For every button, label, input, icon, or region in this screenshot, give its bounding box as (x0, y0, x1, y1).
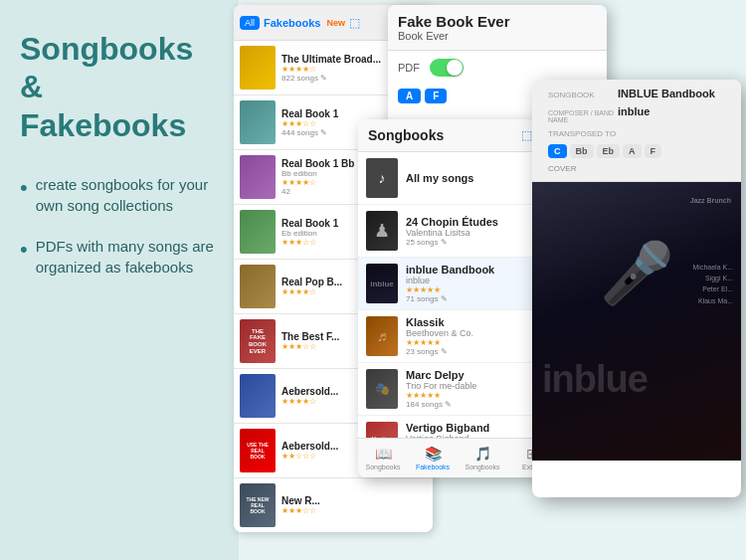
pdf-toggle[interactable] (430, 59, 464, 77)
book-thumbnail (240, 265, 276, 308)
screenshots-area: All Fakebooks New ⬚ ⊞ ↗ The Ultimate Bro… (234, 0, 746, 560)
header-icon: ⬚ (349, 16, 360, 30)
bullet-icon-2: • (20, 236, 28, 265)
popup-header: Fake Book Ever Book Ever (388, 5, 607, 51)
songbook-info: Klassik Beethoven & Co. ★★★★★ 23 songs ✎ (406, 316, 549, 356)
credit-2: Siggi K... (693, 273, 733, 283)
songbook-title: All my songs (406, 172, 549, 184)
book-thumbnail: THE NEWREALBOOK (240, 483, 276, 527)
songbook-artist: inblue (406, 276, 549, 285)
songbooks-tab-icon: 📖 (375, 446, 392, 462)
bullet-point-2: • PDFs with many songs are organized as … (20, 236, 219, 278)
microphone-icon: 🎤 (600, 238, 674, 308)
songbooks-header-title: Songbooks (368, 127, 444, 143)
key-a-button[interactable]: A (398, 89, 421, 103)
songbook-title: Klassik (406, 316, 549, 328)
songbook-thumbnail: ♬ (366, 316, 398, 356)
songbook-artist: Beethoven & Co. (406, 328, 549, 338)
credit-lines: Michaela K... Siggi K... Peter El... Kla… (693, 262, 733, 306)
book-thumbnail (240, 46, 276, 90)
songbook-artist: Trio For me-dable (406, 381, 549, 391)
songbook-label: SONGBOOK (548, 91, 618, 99)
book-info: New R... ★★★☆☆ (281, 495, 427, 515)
key-bb-button[interactable]: Bb (570, 144, 594, 158)
book-title: New R... (281, 495, 427, 506)
songbook-title: 24 Chopin Études (406, 216, 549, 228)
songbooks-screen: Songbooks ⬚ ≡ ♪ All my songs ♟ 24 Chopin… (358, 119, 557, 477)
composer-label: COMPOSER / BAND NAME (548, 109, 618, 123)
credit-1: Michaela K... (693, 262, 733, 273)
songbook-thumbnail: inblue (366, 264, 398, 303)
key-f-button[interactable]: F (645, 144, 662, 158)
list-item[interactable]: THE NEWREALBOOK New R... ★★★☆☆ (234, 478, 433, 532)
songbook-info: inblue Bandbook inblue ★★★★★ 71 songs ✎ (406, 264, 549, 303)
songbook-stars: ★★★★★ (406, 285, 549, 294)
songbook-row: SONGBOOK INBLUE Bandbook (540, 86, 733, 101)
book-thumbnail: USE THEREALBOOK (240, 429, 276, 472)
songbook-title: Marc Delpy (406, 369, 549, 381)
songbook-stars: ★★★★★ (406, 338, 549, 347)
inblue-watermark: inblue (542, 358, 648, 401)
songbook-value: INBLUE Bandbook (618, 88, 715, 99)
all-button[interactable]: All (240, 16, 260, 30)
popup-title-small: Book Ever (398, 30, 597, 42)
list-item[interactable]: ♬ Klassik Beethoven & Co. ★★★★★ 23 songs… (358, 310, 557, 363)
fakebooks-title: Fakebooks (264, 17, 320, 29)
songbook-thumbnail: 🎭 (366, 369, 398, 409)
credit-4: Klaus Ma... (693, 295, 733, 306)
songbook-artist: Valentina Lisitsa (406, 228, 549, 238)
grid-view-icon[interactable]: ⬚ (521, 128, 532, 142)
songbooks-tab-label: Songbooks (365, 464, 400, 470)
composer-value: inblue (618, 105, 650, 117)
list-item[interactable]: inblue inblue Bandbook inblue ★★★★★ 71 s… (358, 258, 557, 310)
key-c-button[interactable]: C (548, 144, 567, 158)
key-selector: C Bb Eb A F (540, 140, 733, 162)
tab-songbooks2[interactable]: 🎵 Songbooks (458, 439, 507, 477)
transposed-row: TRANSPOSED TO (540, 127, 733, 140)
cover-background: Jazz Brunch 🎤 inblue Michaela K... Siggi… (532, 182, 741, 461)
list-item[interactable]: ♪ All my songs (358, 152, 557, 205)
songbook-info: Marc Delpy Trio For me-dable ★★★★★ 184 s… (406, 369, 549, 409)
popup-title-big: Fake Book Ever (398, 13, 597, 30)
cover-label: COVER (540, 162, 733, 175)
songbook-count: 184 songs ✎ (406, 400, 549, 409)
bullet-text-1: create songbooks for your own song colle… (36, 174, 219, 216)
songbook-count: 25 songs ✎ (406, 238, 549, 247)
detail-screen: SONGBOOK INBLUE Bandbook COMPOSER / BAND… (532, 80, 741, 497)
key-a-button[interactable]: A (623, 144, 642, 158)
songbook-title: Vertigo Bigband (406, 422, 549, 434)
songbook-info: 24 Chopin Études Valentina Lisitsa 25 so… (406, 216, 549, 247)
detail-cover: Jazz Brunch 🎤 inblue Michaela K... Siggi… (532, 182, 741, 461)
songbooks2-tab-label: Songbooks (465, 464, 499, 470)
toggle-knob (447, 60, 463, 76)
main-heading: Songbooks & Fakebooks (20, 30, 219, 144)
fakebooks-tab-icon: 📚 (425, 446, 442, 462)
bullet-text-2: PDFs with many songs are organized as fa… (36, 236, 219, 278)
book-stars: ★★★☆☆ (281, 506, 427, 515)
new-badge: New (326, 18, 345, 28)
composer-row: COMPOSER / BAND NAME inblue (540, 103, 733, 125)
credit-3: Peter El... (693, 283, 733, 294)
key-f-button[interactable]: F (425, 89, 447, 103)
songbook-count: 71 songs ✎ (406, 294, 549, 303)
list-item[interactable]: ♟ 24 Chopin Études Valentina Lisitsa 25 … (358, 205, 557, 258)
songbook-thumbnail: ♪ (366, 158, 398, 198)
pdf-label: PDF (398, 62, 420, 74)
bullet-point-1: • create songbooks for your own song col… (20, 174, 219, 216)
songbooks2-tab-icon: 🎵 (474, 446, 491, 462)
fakebooks-tab-label: Fakebooks (416, 464, 450, 470)
book-thumbnail (240, 100, 276, 144)
songbook-title: inblue Bandbook (406, 264, 549, 276)
songbook-count: 23 songs ✎ (406, 347, 549, 356)
left-panel: Songbooks & Fakebooks • create songbooks… (0, 0, 239, 560)
key-eb-button[interactable]: Eb (597, 144, 621, 158)
songbooks-header: Songbooks ⬚ ≡ (358, 119, 557, 152)
book-thumbnail (240, 210, 276, 254)
tab-fakebooks[interactable]: 📚 Fakebooks (408, 439, 458, 477)
songbook-thumbnail: ♟ (366, 211, 398, 251)
list-item[interactable]: 🎭 Marc Delpy Trio For me-dable ★★★★★ 184… (358, 363, 557, 416)
tab-songbooks[interactable]: 📖 Songbooks (358, 439, 408, 477)
detail-header: SONGBOOK INBLUE Bandbook COMPOSER / BAND… (532, 80, 741, 182)
book-thumbnail (240, 155, 276, 199)
tab-bar: 📖 Songbooks 📚 Fakebooks 🎵 Songbooks ⊞ Ex… (358, 438, 557, 477)
